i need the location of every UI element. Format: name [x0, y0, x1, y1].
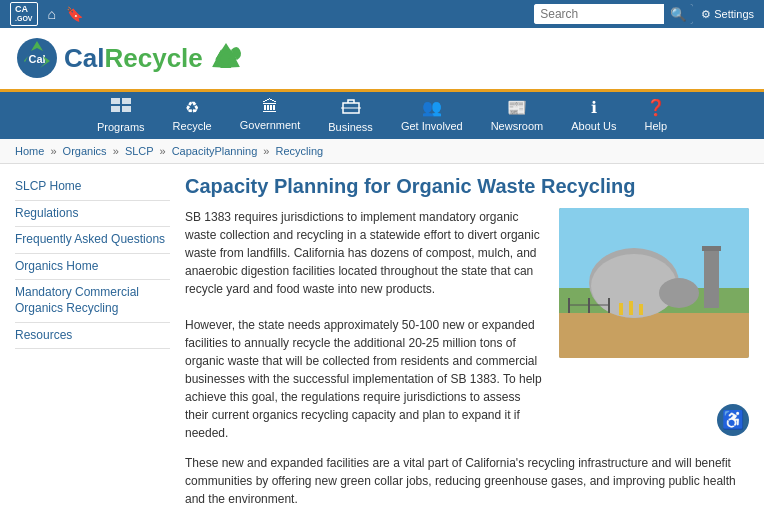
svg-rect-15: [704, 248, 719, 308]
search-box: 🔍: [534, 4, 693, 24]
sidebar-nav: SLCP Home Regulations Frequently Asked Q…: [15, 174, 170, 349]
nav-business-label: Business: [328, 121, 373, 133]
site-header: Cal CalRecycle: [0, 28, 764, 92]
sidebar: SLCP Home Regulations Frequently Asked Q…: [15, 174, 170, 516]
page-title: Capacity Planning for Organic Waste Recy…: [185, 174, 749, 198]
content-area: Capacity Planning for Organic Waste Recy…: [185, 174, 749, 516]
svg-rect-21: [619, 303, 623, 315]
svg-text:Cal: Cal: [28, 53, 45, 65]
breadcrumb-recycling[interactable]: Recycling: [276, 145, 324, 157]
main-nav: Programs ♻ Recycle 🏛 Government Business…: [0, 92, 764, 139]
svg-rect-10: [559, 308, 749, 358]
svg-rect-22: [629, 301, 633, 315]
intro-image: [559, 208, 749, 358]
nav-get-involved-label: Get Involved: [401, 120, 463, 132]
government-icon: 🏛: [262, 98, 278, 116]
bookmark-icon[interactable]: 🔖: [66, 6, 83, 22]
nav-help[interactable]: ❓ Help: [630, 92, 681, 139]
nav-programs[interactable]: Programs: [83, 92, 159, 139]
breadcrumb-capacity-planning[interactable]: CapacityPlanning: [172, 145, 258, 157]
main-content: SLCP Home Regulations Frequently Asked Q…: [0, 164, 764, 516]
breadcrumb-slcp[interactable]: SLCP: [125, 145, 154, 157]
nav-programs-label: Programs: [97, 121, 145, 133]
breadcrumb-organics[interactable]: Organics: [63, 145, 107, 157]
breadcrumb-sep-2: »: [113, 145, 122, 157]
nav-newsroom[interactable]: 📰 Newsroom: [477, 92, 558, 139]
logo-text: CalRecycle: [64, 43, 203, 74]
help-icon: ❓: [646, 98, 666, 117]
nav-recycle-label: Recycle: [173, 120, 212, 132]
sidebar-item-organics-home[interactable]: Organics Home: [15, 254, 170, 280]
gear-icon: ⚙: [701, 8, 711, 21]
nav-government-label: Government: [240, 119, 301, 131]
nav-about-us-label: About Us: [571, 120, 616, 132]
facility-image-svg: [559, 208, 749, 358]
sidebar-item-slcp-home[interactable]: SLCP Home: [15, 174, 170, 200]
get-involved-icon: 👥: [422, 98, 442, 117]
nav-about-us[interactable]: ℹ About Us: [557, 92, 630, 139]
accessibility-button[interactable]: ♿: [717, 404, 749, 436]
sidebar-item-faq[interactable]: Frequently Asked Questions: [15, 227, 170, 253]
nav-get-involved[interactable]: 👥 Get Involved: [387, 92, 477, 139]
breadcrumb: Home » Organics » SLCP » CapacityPlannin…: [0, 139, 764, 164]
home-icon[interactable]: ⌂: [48, 6, 56, 22]
sidebar-item-regulations[interactable]: Regulations: [15, 201, 170, 227]
main-paragraph: These new and expanded facilities are a …: [185, 454, 749, 508]
logo-area[interactable]: Cal CalRecycle: [15, 36, 245, 81]
svg-rect-3: [111, 98, 120, 104]
svg-rect-16: [702, 246, 721, 251]
svg-point-14: [659, 278, 699, 308]
top-bar-left: CA .GOV ⌂ 🔖: [10, 2, 83, 25]
accessibility-icon: ♿: [722, 409, 744, 431]
breadcrumb-sep-1: »: [50, 145, 59, 157]
settings-button[interactable]: ⚙ Settings: [701, 8, 754, 21]
svg-rect-23: [639, 304, 643, 315]
nav-newsroom-label: Newsroom: [491, 120, 544, 132]
programs-icon: [111, 98, 131, 118]
business-icon: [341, 98, 361, 118]
svg-rect-4: [122, 98, 131, 104]
svg-rect-5: [111, 106, 120, 112]
recycle-arrow-icon: [207, 40, 245, 78]
intro-section: SB 1383 requires jurisdictions to implem…: [185, 208, 749, 442]
nav-business[interactable]: Business: [314, 92, 387, 139]
newsroom-icon: 📰: [507, 98, 527, 117]
sidebar-item-resources[interactable]: Resources: [15, 323, 170, 349]
search-input[interactable]: [534, 4, 664, 24]
sidebar-item-mandatory-commercial[interactable]: Mandatory Commercial Organics Recycling: [15, 280, 170, 321]
recycle-icon: ♻: [185, 98, 199, 117]
nav-help-label: Help: [644, 120, 667, 132]
nav-government[interactable]: 🏛 Government: [226, 92, 315, 139]
breadcrumb-home[interactable]: Home: [15, 145, 44, 157]
site-logo[interactable]: Cal CalRecycle: [15, 36, 245, 81]
intro-paragraph-2: However, the state needs approximately 5…: [185, 316, 547, 442]
logo-recycle: Recycle: [104, 43, 202, 73]
about-icon: ℹ: [591, 98, 597, 117]
ca-gov-logo[interactable]: CA .GOV: [10, 2, 38, 25]
nav-recycle[interactable]: ♻ Recycle: [159, 92, 226, 139]
breadcrumb-sep-4: »: [263, 145, 272, 157]
search-button[interactable]: 🔍: [664, 4, 693, 24]
breadcrumb-sep-3: »: [159, 145, 168, 157]
calrecycle-logo-icon: Cal: [15, 36, 60, 81]
svg-rect-6: [122, 106, 131, 112]
logo-cal: Cal: [64, 43, 104, 73]
intro-paragraph-1: SB 1383 requires jurisdictions to implem…: [185, 208, 547, 298]
top-bar-right: 🔍 ⚙ Settings: [534, 4, 754, 24]
intro-text: SB 1383 requires jurisdictions to implem…: [185, 208, 547, 442]
top-bar: CA .GOV ⌂ 🔖 🔍 ⚙ Settings: [0, 0, 764, 28]
settings-label: Settings: [714, 8, 754, 20]
